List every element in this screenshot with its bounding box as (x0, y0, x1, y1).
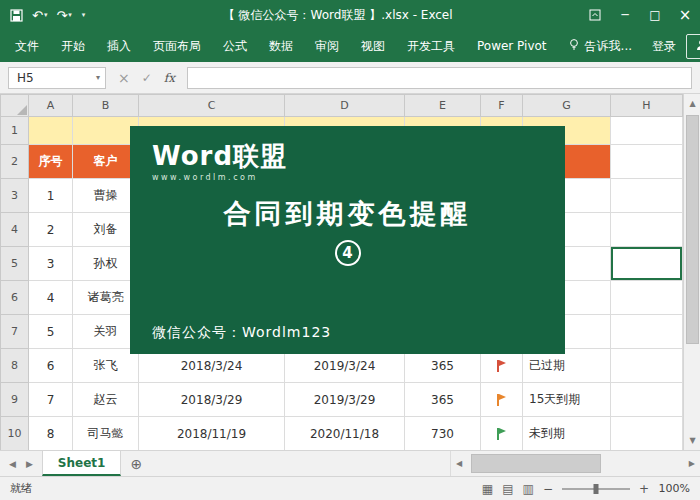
tab-review[interactable]: 审阅 (304, 30, 350, 62)
grid-cell[interactable]: 730 (405, 417, 481, 451)
grid-cell[interactable]: 1 (29, 179, 73, 213)
page-break-view-icon[interactable]: ▥ (523, 482, 534, 496)
grid-cell[interactable]: 2018/3/29 (139, 383, 285, 417)
prev-sheet-icon[interactable]: ◀ (9, 459, 16, 469)
grid-cell[interactable] (611, 383, 683, 417)
grid-cell[interactable]: 15天到期 (523, 383, 611, 417)
row-header[interactable]: 10 (1, 417, 29, 451)
next-sheet-icon[interactable]: ▶ (26, 459, 33, 469)
grid-cell[interactable]: 张飞 (73, 349, 139, 383)
grid-cell[interactable]: 序号 (29, 145, 73, 179)
grid-cell[interactable]: 365 (405, 383, 481, 417)
grid-cell[interactable]: 7 (29, 383, 73, 417)
grid-cell[interactable]: 曹操 (73, 179, 139, 213)
row-header[interactable]: 8 (1, 349, 29, 383)
tab-developer[interactable]: 开发工具 (396, 30, 466, 62)
column-header-f[interactable]: F (481, 95, 523, 117)
grid-cell[interactable]: 关羽 (73, 315, 139, 349)
column-header-h[interactable]: H (611, 95, 683, 117)
grid-cell[interactable] (611, 349, 683, 383)
redo-dropdown-icon[interactable]: ▾ (68, 12, 72, 19)
grid-cell[interactable]: 4 (29, 281, 73, 315)
minimize-button[interactable]: ─ (610, 0, 640, 30)
select-all-corner[interactable] (1, 95, 29, 117)
new-sheet-icon[interactable]: ⊕ (121, 451, 151, 476)
ribbon-display-options-icon[interactable] (580, 0, 610, 30)
grid-cell[interactable] (611, 213, 683, 247)
grid-cell[interactable] (611, 315, 683, 349)
tell-me-box[interactable]: 告诉我... (558, 38, 642, 55)
share-button[interactable]: 共享 (686, 34, 700, 59)
confirm-entry-icon[interactable]: ✓ (142, 71, 152, 85)
grid-cell[interactable]: 6 (29, 349, 73, 383)
insert-function-icon[interactable]: fx (164, 71, 175, 85)
undo-dropdown-icon[interactable]: ▾ (44, 12, 48, 19)
grid-cell[interactable]: 2020/11/18 (285, 417, 405, 451)
row-header[interactable]: 1 (1, 117, 29, 145)
horizontal-scroll-thumb[interactable] (471, 454, 601, 473)
sheet-tab-sheet1[interactable]: Sheet1 (42, 451, 122, 476)
grid-cell[interactable] (611, 417, 683, 451)
selected-cell[interactable] (611, 247, 683, 281)
customize-qat-icon[interactable]: ▾ (82, 12, 86, 19)
normal-view-icon[interactable]: ▦ (482, 482, 493, 496)
grid-cell[interactable]: 8 (29, 417, 73, 451)
save-icon[interactable] (10, 9, 23, 22)
grid-cell[interactable] (611, 281, 683, 315)
maximize-button[interactable]: □ (640, 0, 670, 30)
column-header-g[interactable]: G (523, 95, 611, 117)
tab-file[interactable]: 文件 (4, 30, 50, 62)
grid-cell[interactable] (481, 417, 523, 451)
row-header[interactable]: 9 (1, 383, 29, 417)
grid-cell[interactable]: 客户 (73, 145, 139, 179)
row-header[interactable]: 4 (1, 213, 29, 247)
row-header[interactable]: 6 (1, 281, 29, 315)
grid-cell[interactable] (611, 117, 683, 145)
column-header-c[interactable]: C (139, 95, 285, 117)
grid-cell[interactable]: 赵云 (73, 383, 139, 417)
scroll-up-icon[interactable]: ▲ (689, 94, 695, 113)
sign-in-button[interactable]: 登录 (642, 38, 686, 55)
column-header-d[interactable]: D (285, 95, 405, 117)
cancel-entry-icon[interactable]: × (118, 70, 130, 86)
grid-cell[interactable]: 未到期 (523, 417, 611, 451)
grid-cell[interactable]: 2 (29, 213, 73, 247)
grid-cell[interactable]: 5 (29, 315, 73, 349)
scroll-down-icon[interactable]: ▼ (689, 431, 695, 450)
vertical-scrollbar[interactable]: ▲ ▼ (683, 94, 700, 450)
formula-input[interactable] (187, 67, 692, 89)
zoom-out-icon[interactable]: − (543, 482, 553, 496)
tab-home[interactable]: 开始 (50, 30, 96, 62)
column-header-b[interactable]: B (73, 95, 139, 117)
close-button[interactable]: × (670, 0, 700, 30)
grid-cell[interactable] (611, 145, 683, 179)
grid-cell[interactable]: 孙权 (73, 247, 139, 281)
grid-cell[interactable] (73, 117, 139, 145)
grid-cell[interactable]: 2018/11/19 (139, 417, 285, 451)
tab-view[interactable]: 视图 (350, 30, 396, 62)
tab-data[interactable]: 数据 (258, 30, 304, 62)
zoom-slider-thumb[interactable] (593, 484, 598, 494)
grid-cell[interactable]: 2019/3/29 (285, 383, 405, 417)
zoom-slider[interactable] (562, 488, 630, 490)
grid-cell[interactable] (611, 179, 683, 213)
tab-insert[interactable]: 插入 (96, 30, 142, 62)
grid-cell[interactable] (29, 117, 73, 145)
name-box[interactable]: H5 ▾ (8, 67, 106, 89)
zoom-level[interactable]: 100% (658, 482, 690, 495)
name-box-dropdown-icon[interactable]: ▾ (91, 73, 105, 82)
grid-cell[interactable]: 刘备 (73, 213, 139, 247)
scroll-right-icon[interactable]: ▶ (684, 459, 700, 468)
row-header[interactable]: 7 (1, 315, 29, 349)
grid-cell[interactable]: 3 (29, 247, 73, 281)
tab-formulas[interactable]: 公式 (212, 30, 258, 62)
vertical-scroll-thumb[interactable] (686, 115, 699, 344)
page-layout-view-icon[interactable]: ▤ (502, 482, 513, 496)
undo-button[interactable]: ↶▾ (32, 9, 47, 22)
grid-cell[interactable]: 司马懿 (73, 417, 139, 451)
grid-cell[interactable]: 诸葛亮 (73, 281, 139, 315)
tab-page-layout[interactable]: 页面布局 (142, 30, 212, 62)
horizontal-scrollbar[interactable]: ◀ ▶ (450, 451, 700, 476)
redo-button[interactable]: ↷▾ (56, 9, 71, 22)
grid-cell[interactable] (481, 383, 523, 417)
